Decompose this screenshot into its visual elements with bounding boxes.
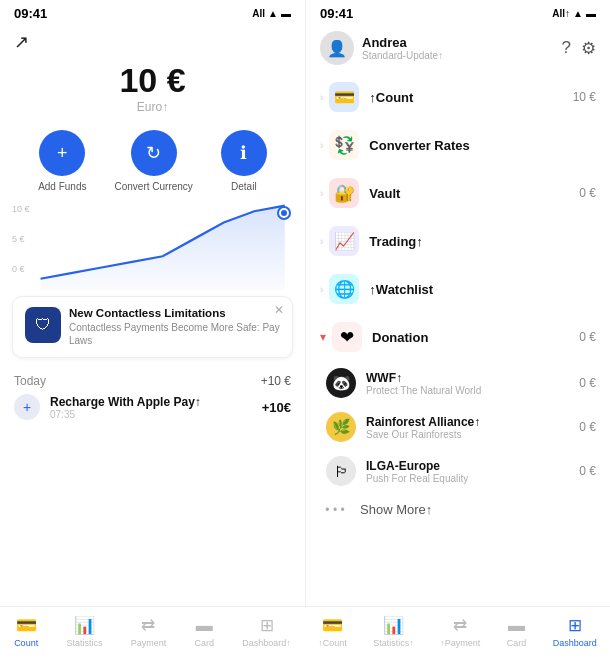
- org-item-wwf[interactable]: 🐼 WWF↑ Protect The Natural World 0 €: [306, 361, 610, 405]
- detail-button[interactable]: ℹ Detail: [221, 130, 267, 192]
- left-nav-payment[interactable]: ⇄ Payment: [131, 615, 167, 648]
- transaction-add-icon: +: [14, 394, 40, 420]
- converter-icon: 💱: [329, 130, 359, 160]
- balance-section: 10 € Euro↑: [0, 53, 305, 120]
- dots-icon: • • •: [320, 503, 350, 517]
- convert-currency-button[interactable]: ↻ Convert Currency: [115, 130, 193, 192]
- wwf-name: WWF↑: [366, 371, 579, 385]
- vault-chevron-icon: ›: [320, 188, 323, 199]
- rainforest-value: 0 €: [579, 420, 596, 434]
- org-item-rainforest[interactable]: 🌿 Rainforest Alliance↑ Save Our Rainfore…: [306, 405, 610, 449]
- vault-text: Vault: [369, 186, 579, 201]
- left-nav-statistics[interactable]: 📊 Statistics: [66, 615, 102, 648]
- transaction-info: Recharge With Apple Pay↑ 07:35: [50, 395, 252, 420]
- donation-icon: ❤: [332, 322, 362, 352]
- menu-item-vault[interactable]: › 🔐 Vault 0 €: [306, 169, 610, 217]
- wwf-info: WWF↑ Protect The Natural World: [366, 371, 579, 396]
- menu-list: › 💳 ↑Count 10 € › 💱 Converter Rates › 🔐 …: [306, 73, 610, 660]
- org-item-ilga[interactable]: 🏳 ILGA-Europe Push For Real Equality 0 €: [306, 449, 610, 493]
- left-nav-dashboard[interactable]: ⊞ Dashboard↑: [242, 615, 291, 648]
- converter-text: Converter Rates: [369, 138, 596, 153]
- menu-item-watchlist[interactable]: › 🌐 ↑Watchlist: [306, 265, 610, 313]
- right-statistics-icon: 📊: [383, 615, 404, 636]
- trading-icon: 📈: [329, 226, 359, 256]
- left-wifi-icon: ▲: [268, 8, 278, 19]
- right-payment-icon: ⇄: [453, 615, 467, 636]
- statistics-icon: 📊: [74, 615, 95, 636]
- vault-name: Vault: [369, 186, 579, 201]
- notification-title: New Contactless Limitations: [69, 307, 282, 319]
- right-nav-card[interactable]: ▬ Card: [507, 616, 527, 648]
- header-icons: ? ⚙: [562, 38, 596, 59]
- help-icon[interactable]: ?: [562, 38, 571, 59]
- watchlist-name: ↑Watchlist: [369, 282, 596, 297]
- transaction-amount: +10€: [262, 400, 291, 415]
- ilga-logo: 🏳: [326, 456, 356, 486]
- left-time: 09:41: [14, 6, 47, 21]
- right-panel: 09:41 All↑ ▲ ▬ 👤 Andrea Standard-Update↑…: [305, 0, 610, 660]
- balance-currency-label: Euro↑: [0, 100, 305, 114]
- donation-value: 0 €: [579, 330, 596, 344]
- wwf-logo: 🐼: [326, 368, 356, 398]
- left-status-bar: 09:41 All ▲ ▬: [0, 0, 305, 25]
- trading-text: Trading↑: [369, 234, 596, 249]
- right-nav-payment[interactable]: ⇄ ↑Payment: [440, 615, 480, 648]
- user-name: Andrea: [362, 35, 443, 50]
- right-nav-dashboard[interactable]: ⊞ Dashboard: [553, 615, 597, 648]
- user-subtitle: Standard-Update↑: [362, 50, 443, 61]
- icount-name: ↑Count: [369, 90, 572, 105]
- right-payment-label: ↑Payment: [440, 638, 480, 648]
- menu-item-converter-rates[interactable]: › 💱 Converter Rates: [306, 121, 610, 169]
- left-battery-icon: ▬: [281, 8, 291, 19]
- right-bottom-nav: 💳 ↑Count 📊 Statistics↑ ⇄ ↑Payment ▬ Card…: [305, 606, 610, 660]
- icount-text: ↑Count: [369, 90, 572, 105]
- payment-icon: ⇄: [141, 615, 155, 636]
- notification-close-button[interactable]: ✕: [274, 303, 284, 317]
- converter-rates-name: Converter Rates: [369, 138, 596, 153]
- notification-card: 🛡 New Contactless Limitations Contactles…: [12, 296, 293, 358]
- notification-content: New Contactless Limitations Contactless …: [69, 307, 282, 347]
- chart-dot: [279, 208, 289, 218]
- payment-label: Payment: [131, 638, 167, 648]
- transaction-date-amount: +10 €: [261, 374, 291, 388]
- show-more-text: Show More↑: [360, 502, 432, 517]
- user-info: 👤 Andrea Standard-Update↑: [320, 31, 443, 65]
- ilga-value: 0 €: [579, 464, 596, 478]
- ilga-subtitle: Push For Real Equality: [366, 473, 579, 484]
- wwf-value: 0 €: [579, 376, 596, 390]
- rainforest-name: Rainforest Alliance↑: [366, 415, 579, 429]
- trading-chevron-icon: ›: [320, 236, 323, 247]
- watchlist-icon: 🌐: [329, 274, 359, 304]
- add-funds-button[interactable]: + Add Funds: [38, 130, 86, 192]
- icount-icon: 💳: [329, 82, 359, 112]
- convert-currency-icon: ↻: [131, 130, 177, 176]
- count-label: Count: [14, 638, 38, 648]
- transaction-item[interactable]: + Recharge With Apple Pay↑ 07:35 +10€: [14, 394, 291, 420]
- left-panel: 09:41 All ▲ ▬ ↗ 10 € Euro↑ + Add Funds ↻…: [0, 0, 305, 660]
- menu-item-donation[interactable]: ▾ ❤ Donation 0 €: [306, 313, 610, 361]
- right-wifi-icon: ▲: [573, 8, 583, 19]
- rainforest-logo: 🌿: [326, 412, 356, 442]
- card-label: Card: [195, 638, 215, 648]
- detail-icon: ℹ: [221, 130, 267, 176]
- settings-icon[interactable]: ⚙: [581, 38, 596, 59]
- left-status-icons: All ▲ ▬: [252, 8, 291, 19]
- right-nav-count[interactable]: 💳 ↑Count: [318, 615, 347, 648]
- statistics-label: Statistics: [66, 638, 102, 648]
- rainforest-subtitle: Save Our Rainforests: [366, 429, 579, 440]
- right-nav-statistics[interactable]: 📊 Statistics↑: [373, 615, 414, 648]
- converter-chevron-icon: ›: [320, 140, 323, 151]
- menu-item-trading[interactable]: › 📈 Trading↑: [306, 217, 610, 265]
- chart-area: 10 € 5 € 0 €: [0, 200, 305, 290]
- right-statistics-label: Statistics↑: [373, 638, 414, 648]
- left-nav-card[interactable]: ▬ Card: [195, 616, 215, 648]
- show-more-row[interactable]: • • • Show More↑: [306, 493, 610, 526]
- donation-text: Donation: [372, 330, 579, 345]
- menu-item-icount[interactable]: › 💳 ↑Count 10 €: [306, 73, 610, 121]
- card-icon: ▬: [196, 616, 213, 636]
- right-card-label: Card: [507, 638, 527, 648]
- chart-svg: [10, 200, 295, 290]
- left-nav-count[interactable]: 💳 Count: [14, 615, 38, 648]
- add-funds-icon: +: [39, 130, 85, 176]
- watchlist-chevron-icon: ›: [320, 284, 323, 295]
